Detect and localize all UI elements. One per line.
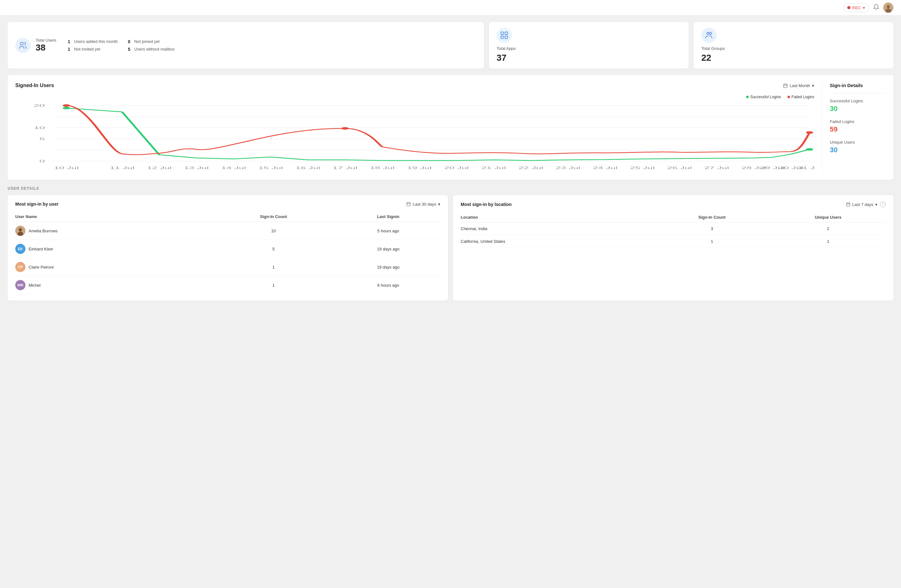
legend-failed-label: Failed Logins <box>792 95 814 99</box>
apps-icon <box>497 28 512 43</box>
svg-text:11 Jul: 11 Jul <box>110 166 134 170</box>
rec-dot-icon <box>847 6 850 9</box>
svg-point-3 <box>20 42 23 45</box>
main-content: Total Users 38 1 Users added this month … <box>0 16 901 307</box>
apps-number: 37 <box>497 53 507 63</box>
col-username: User Name <box>15 212 211 222</box>
signin-failed-value: 59 <box>830 125 886 134</box>
groups-label: Total Groups <box>701 46 725 51</box>
chart-section: Signed-In Users Last Month ▾ Successful … <box>8 75 893 180</box>
signin-by-location-filter[interactable]: Last 7 days ▾ <box>846 202 878 207</box>
signin-by-user-filter-label: Last 30 days <box>413 202 436 207</box>
signin-unique-value: 30 <box>830 146 886 154</box>
users-not-invited-row: 1 Not invited yet <box>68 47 118 52</box>
col-last-signin: Last Signin <box>336 212 440 222</box>
location-chennai: Chennai, India <box>461 222 653 235</box>
chart-header: Signed-In Users Last Month ▾ <box>15 82 814 89</box>
users-icon <box>15 38 31 53</box>
svg-text:24 Jul: 24 Jul <box>593 166 618 170</box>
apps-card: Total Apps 37 <box>489 22 689 68</box>
svg-text:22 Jul: 22 Jul <box>519 166 543 170</box>
groups-icon <box>701 28 717 43</box>
svg-text:26 Jul: 26 Jul <box>667 166 692 170</box>
signin-by-user-table: User Name Sign-In Count Last Signin <box>15 212 440 294</box>
users-detail-col-1: 1 Users added this month 1 Not invited y… <box>68 39 118 52</box>
signin-failed-metric: Failed Logins 59 <box>830 119 886 134</box>
legend-successful-dot <box>746 96 749 98</box>
svg-text:19 Jul: 19 Jul <box>407 166 432 170</box>
count-california: 1 <box>653 235 770 248</box>
users-no-mailbox-row: 5 Users without mailbox <box>128 47 175 52</box>
table-row: EK Einhard Klein 5 19 days ago <box>15 240 440 258</box>
svg-text:5: 5 <box>39 137 45 141</box>
users-added-label: Users added this month <box>74 39 118 44</box>
user-cell-claire: CP Claire Petroni <box>15 258 211 276</box>
signin-by-user-title: Most sign-in by user <box>15 202 59 207</box>
svg-rect-5 <box>505 32 507 35</box>
svg-text:12 Jul: 12 Jul <box>147 166 171 170</box>
legend-successful: Successful Logins <box>746 95 781 99</box>
chart-svg: 20 10 5 0 10 Jul 11 Jul 12 Jul 13 Jul 14… <box>15 102 814 172</box>
signin-successful-label: Successful Logins <box>830 98 886 103</box>
svg-text:16 Jul: 16 Jul <box>295 166 320 170</box>
signin-unique-label: Unique Users <box>830 140 886 145</box>
svg-point-9 <box>709 33 711 35</box>
table-row: Amelia Burrows 10 5 hours ago <box>15 222 440 240</box>
bell-icon[interactable] <box>873 4 879 12</box>
chart-sidebar: Sign-in Details Successful Logins 30 Fai… <box>822 82 886 172</box>
record-button[interactable]: REC ▾ <box>843 3 869 12</box>
help-icon[interactable]: ? <box>880 202 886 207</box>
signin-by-location-header: Most sign-in by location Last 7 days ▾ <box>461 202 886 207</box>
count-einhard: 5 <box>211 240 336 258</box>
unique-chennai: 2 <box>771 222 886 235</box>
count-michel: 1 <box>211 276 336 294</box>
users-label: Total Users <box>36 38 56 43</box>
avatar-claire: CP <box>15 262 25 272</box>
avatar[interactable] <box>883 3 893 13</box>
users-card: Total Users 38 1 Users added this month … <box>8 22 484 68</box>
chart-date-filter[interactable]: Last Month ▾ <box>783 83 814 88</box>
stats-row: Total Users 38 1 Users added this month … <box>8 22 893 68</box>
record-label: REC <box>853 5 861 10</box>
users-not-invited-label: Not invited yet <box>74 47 100 51</box>
col-location-signin-count: Sign-In Count <box>653 212 770 222</box>
signin-by-location-filter-label: Last 7 days <box>853 202 874 207</box>
svg-text:13 Jul: 13 Jul <box>184 166 209 170</box>
users-no-mailbox-label: Users without mailbox <box>134 47 175 51</box>
svg-point-8 <box>707 33 709 35</box>
svg-point-56 <box>19 228 22 232</box>
user-cell-michel: MM Michel <box>15 276 211 294</box>
svg-point-46 <box>62 107 70 109</box>
svg-text:20 Jul: 20 Jul <box>444 166 469 170</box>
chart-legend: Successful Logins Failed Logins <box>15 95 814 99</box>
unique-california: 1 <box>771 235 886 248</box>
svg-point-1 <box>887 5 890 9</box>
col-unique-users: Unique Users <box>771 212 886 222</box>
svg-text:27 Jul: 27 Jul <box>704 166 729 170</box>
count-amelia: 10 <box>211 222 336 240</box>
svg-text:14 Jul: 14 Jul <box>221 166 246 170</box>
groups-card: Total Groups 22 <box>694 22 893 68</box>
col-signin-count: Sign-In Count <box>211 212 336 222</box>
users-not-joined-row: 0 Not joined yet <box>128 39 175 44</box>
avatar-michel: MM <box>15 280 25 290</box>
signin-by-user-header: Most sign-in by user Last 30 days ▾ <box>15 202 440 207</box>
signin-unique-metric: Unique Users 30 <box>830 140 886 154</box>
users-added-count: 1 <box>68 39 72 44</box>
users-details: 1 Users added this month 1 Not invited y… <box>68 39 175 52</box>
svg-text:21 Jul: 21 Jul <box>481 166 506 170</box>
svg-point-49 <box>341 127 349 130</box>
svg-text:0: 0 <box>39 159 45 163</box>
section-title: USER DETAILS <box>8 186 893 191</box>
svg-rect-58 <box>846 203 850 206</box>
user-name-amelia: Amelia Burrows <box>29 229 58 233</box>
signin-by-location-chevron: ▾ <box>875 202 878 207</box>
svg-text:15 Jul: 15 Jul <box>259 166 283 170</box>
svg-text:18 Jul: 18 Jul <box>370 166 394 170</box>
svg-text:23 Jul: 23 Jul <box>556 166 580 170</box>
location-california: California, United States <box>461 235 653 248</box>
svg-rect-6 <box>501 36 504 39</box>
signin-by-user-filter[interactable]: Last 30 days ▾ <box>406 202 440 207</box>
svg-text:10: 10 <box>34 126 45 130</box>
users-main: Total Users 38 <box>36 38 56 53</box>
